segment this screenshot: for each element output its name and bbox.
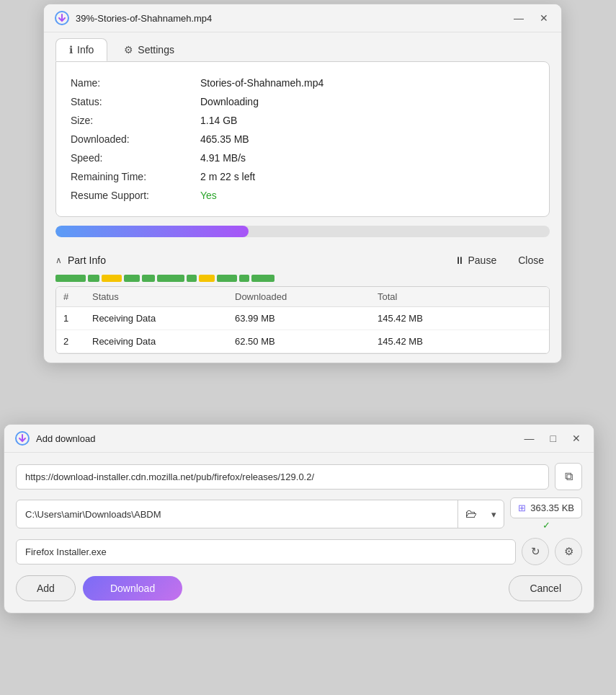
info-value-speed: 4.91 MB/s: [200, 152, 246, 164]
segment-2: [88, 275, 99, 282]
progress-bar-container: [55, 226, 550, 237]
info-row-resume: Resume Support: Yes: [71, 186, 535, 205]
info-label-resume: Resume Support:: [71, 190, 200, 201]
add-window-controls: — □ ✕: [522, 431, 584, 446]
row2-num: 2: [63, 336, 92, 347]
segment-7: [187, 275, 197, 282]
chevron-down-icon: ▾: [491, 509, 496, 520]
pause-button[interactable]: ⏸ Pause: [449, 252, 503, 269]
main-close-btn[interactable]: ✕: [537, 11, 551, 25]
file-settings-button[interactable]: ⚙: [555, 538, 582, 565]
tabs-bar: ℹ Info ⚙ Settings: [44, 32, 561, 61]
part-info-title: Part Info: [68, 254, 443, 266]
add-button[interactable]: Add: [16, 575, 76, 601]
info-value-downloaded: 465.35 MB: [200, 133, 249, 145]
col-status: Status: [92, 291, 235, 302]
row1-status: Receiving Data: [92, 313, 235, 324]
url-row: ⧉: [16, 463, 582, 490]
path-input-group: 🗁 ▾: [16, 500, 504, 528]
filename-row: ↻ ⚙: [16, 538, 582, 565]
info-row-size: Size: 1.14 GB: [71, 111, 535, 130]
segment-10: [239, 275, 249, 282]
row2-total: 145.42 MB: [378, 336, 520, 347]
add-window-body: ⧉ 🗁 ▾ ⊞ 363.35 KB ✓: [4, 453, 594, 613]
add-maximize-btn[interactable]: □: [548, 431, 559, 446]
segment-9: [217, 275, 237, 282]
part-info-toggle-icon[interactable]: ∧: [55, 255, 62, 265]
add-minimize-btn[interactable]: —: [522, 431, 537, 446]
info-label-status: Status:: [71, 96, 200, 107]
pause-icon: ⏸: [455, 254, 465, 266]
segment-8: [199, 275, 215, 282]
table-row: 2 Receiving Data 62.50 MB 145.42 MB: [56, 330, 549, 353]
url-input[interactable]: [16, 464, 549, 490]
segment-5: [142, 275, 155, 282]
row1-downloaded: 63.99 MB: [235, 313, 378, 324]
refresh-button[interactable]: ↻: [522, 538, 549, 565]
row1-num: 1: [63, 313, 92, 324]
col-downloaded: Downloaded: [235, 291, 378, 302]
segment-11: [251, 275, 274, 282]
main-window-title: 39%-Stories-of-Shahnameh.mp4: [76, 13, 505, 24]
info-label-speed: Speed:: [71, 152, 200, 164]
add-title-bar: Add download — □ ✕: [4, 425, 594, 453]
info-row-status: Status: Downloading: [71, 92, 535, 111]
info-label-remaining: Remaining Time:: [71, 171, 200, 182]
add-app-icon: [14, 430, 30, 446]
segment-3: [102, 275, 122, 282]
add-download-window: Add download — □ ✕ ⧉ 🗁 ▾: [4, 424, 594, 614]
main-minimize-btn[interactable]: —: [511, 11, 527, 25]
info-label-downloaded: Downloaded:: [71, 133, 200, 145]
info-row-downloaded: Downloaded: 465.35 MB: [71, 130, 535, 149]
row2-downloaded: 62.50 MB: [235, 336, 378, 347]
path-row: 🗁 ▾ ⊞ 363.35 KB ✓: [16, 497, 582, 531]
info-value-resume: Yes: [200, 190, 217, 201]
size-badge-value: 363.35 KB: [530, 503, 574, 513]
table-row: 1 Receiving Data 63.99 MB 145.42 MB: [56, 307, 549, 330]
gear-icon: ⚙: [564, 545, 573, 558]
segment-4: [124, 275, 140, 282]
clipboard-button[interactable]: ⧉: [555, 463, 582, 490]
size-badge: ⊞ 363.35 KB ✓: [510, 497, 582, 531]
clipboard-icon: ⧉: [565, 470, 573, 483]
col-num: #: [63, 291, 92, 302]
progress-bar-fill: [55, 226, 249, 237]
path-dropdown-button[interactable]: ▾: [484, 500, 504, 528]
tab-settings-label: Settings: [138, 44, 174, 56]
close-part-label: Close: [518, 254, 544, 266]
info-row-name: Name: Stories-of-Shahnameh.mp4: [71, 74, 535, 92]
tab-info[interactable]: ℹ Info: [55, 38, 107, 61]
row2-status: Receiving Data: [92, 336, 235, 347]
main-window-controls: — ✕: [511, 11, 551, 25]
parts-table: # Status Downloaded Total 1 Receiving Da…: [55, 286, 550, 354]
info-label-size: Size:: [71, 115, 200, 126]
col-total: Total: [378, 291, 520, 302]
row1-total: 145.42 MB: [378, 313, 520, 324]
part-info-header: ∧ Part Info ⏸ Pause Close: [44, 246, 561, 275]
add-window-title: Add download: [36, 433, 516, 444]
info-panel: Name: Stories-of-Shahnameh.mp4 Status: D…: [55, 61, 550, 217]
main-download-window: 39%-Stories-of-Shahnameh.mp4 — ✕ ℹ Info …: [43, 4, 562, 363]
pause-label: Pause: [468, 254, 497, 266]
part-info-actions: ⏸ Pause Close: [449, 252, 550, 269]
add-close-btn[interactable]: ✕: [569, 431, 584, 446]
filename-input[interactable]: [16, 539, 516, 565]
folder-icon: 🗁: [465, 508, 477, 521]
folder-button[interactable]: 🗁: [457, 500, 484, 528]
action-buttons-row: Add Download Cancel: [16, 572, 582, 601]
parts-table-header: # Status Downloaded Total: [56, 287, 549, 307]
info-value-size: 1.14 GB: [200, 115, 237, 126]
size-badge-display: ⊞ 363.35 KB: [510, 497, 582, 518]
info-tab-icon: ℹ: [69, 44, 73, 56]
info-value-remaining: 2 m 22 s left: [200, 171, 255, 182]
info-value-status: Downloading: [200, 96, 259, 107]
info-label-name: Name:: [71, 77, 200, 89]
cancel-button[interactable]: Cancel: [509, 575, 582, 601]
info-value-name: Stories-of-Shahnameh.mp4: [200, 77, 323, 89]
download-button[interactable]: Download: [83, 576, 182, 601]
tab-settings[interactable]: ⚙ Settings: [110, 38, 188, 61]
app-icon: [54, 10, 70, 26]
path-input[interactable]: [17, 503, 457, 526]
segment-1: [55, 275, 86, 282]
close-part-button[interactable]: Close: [512, 252, 550, 269]
